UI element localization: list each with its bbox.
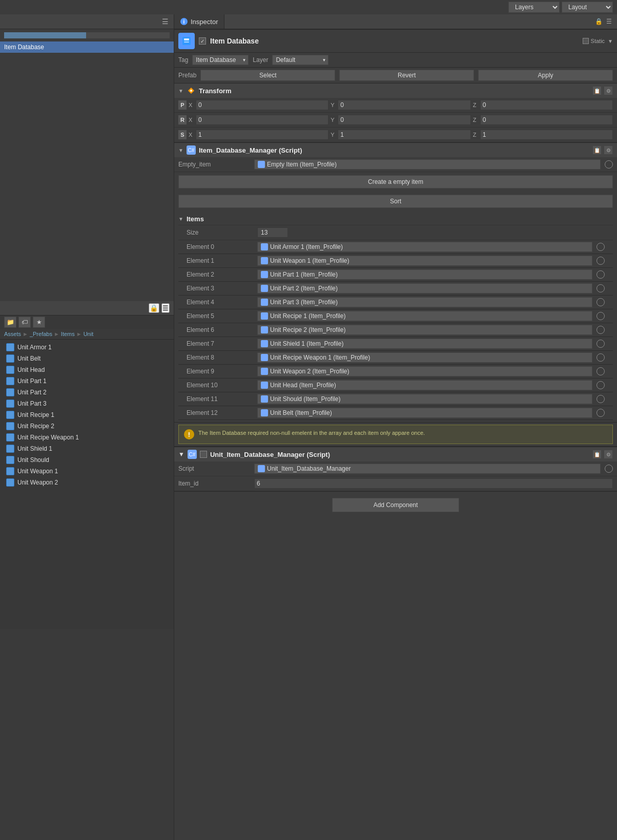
element-value-0[interactable]: Unit Armor 1 (Item_Profile) [257, 242, 592, 252]
breadcrumb-prefabs[interactable]: _Prefabs [30, 331, 52, 337]
asset-item-label: Unit Part 3 [17, 400, 47, 407]
size-value-input[interactable] [257, 227, 288, 238]
unit-script-actions: 📋 ⚙ [592, 450, 613, 459]
scale-x-input[interactable] [196, 130, 328, 140]
selected-hierarchy-item[interactable]: Item Database [0, 41, 174, 53]
scale-y-input[interactable] [338, 130, 470, 140]
element-circle-9[interactable] [597, 367, 605, 375]
asset-item[interactable]: Unit Recipe 1 [0, 409, 174, 421]
script-copy-icon[interactable]: 📋 [592, 145, 602, 155]
unit-script-header[interactable]: ▼ C# Unit_Item_Database_Manager (Script)… [174, 446, 617, 461]
hierarchy-menu-icon[interactable]: ☰ [160, 16, 171, 27]
asset-item[interactable]: Unit Armor 1 [0, 342, 174, 353]
empty-item-circle[interactable] [605, 160, 613, 169]
pos-z-input[interactable] [480, 100, 613, 110]
tag-icon[interactable]: 🏷 [18, 317, 31, 328]
main-layout: ☰ Item Database 🔒 ☰ 📁 [0, 14, 617, 840]
asset-item[interactable]: Unit Recipe 2 [0, 421, 174, 432]
script-circle[interactable] [605, 465, 613, 473]
element-row: Element 9 Unit Weapon 2 (Item_Profile) [178, 365, 613, 379]
unit-script-checkbox[interactable] [200, 451, 207, 458]
asset-item[interactable]: Unit Weapon 2 [0, 477, 174, 488]
layer-dropdown[interactable]: Default [272, 55, 328, 65]
element-circle-11[interactable] [597, 395, 605, 403]
layers-dropdown[interactable]: Layers [508, 2, 560, 13]
element-circle-0[interactable] [597, 243, 605, 251]
x-key-r: X [189, 117, 194, 123]
add-component-btn[interactable]: Add Component [332, 498, 460, 512]
element-circle-8[interactable] [597, 353, 605, 362]
items-header[interactable]: ▼ Items [178, 213, 613, 225]
element-circle-12[interactable] [597, 409, 605, 417]
size-row: Size [178, 225, 613, 240]
rot-z-input[interactable] [480, 115, 613, 125]
static-checkbox[interactable] [583, 38, 589, 44]
element-value-12[interactable]: Unit Belt (Item_Profile) [257, 408, 592, 418]
element-circle-5[interactable] [597, 312, 605, 320]
element-circle-4[interactable] [597, 298, 605, 306]
element-circle-1[interactable] [597, 257, 605, 265]
lock-tab-icon[interactable]: 🔒 [594, 17, 603, 26]
transform-header[interactable]: ▼ Transform 📋 ⚙ [174, 83, 617, 98]
inspector-tab[interactable]: i Inspector [174, 14, 224, 29]
horizontal-scrollbar[interactable] [4, 32, 170, 38]
asset-item[interactable]: Unit Belt [0, 353, 174, 364]
unit-script-gear-icon[interactable]: ⚙ [604, 450, 613, 459]
element-value-1[interactable]: Unit Weapon 1 (Item_Profile) [257, 256, 592, 266]
asset-item[interactable]: Unit Weapon 1 [0, 466, 174, 477]
breadcrumb-items[interactable]: Items [61, 331, 75, 337]
element-circle-3[interactable] [597, 284, 605, 292]
asset-item[interactable]: Unit Should [0, 454, 174, 466]
transform-gear-icon[interactable]: ⚙ [604, 86, 613, 95]
folder-icon[interactable]: 📁 [4, 317, 16, 328]
prefab-apply-btn[interactable]: Apply [478, 70, 613, 81]
lock-icon[interactable]: 🔒 [149, 303, 159, 313]
star-icon[interactable]: ★ [33, 317, 45, 328]
asset-item[interactable]: Unit Head [0, 364, 174, 375]
tag-dropdown[interactable]: Item Database [192, 55, 249, 65]
script-value[interactable]: Unit_Item_Database_Manager [254, 464, 601, 474]
tab-menu-icon[interactable]: ☰ [605, 17, 613, 26]
element-value-8[interactable]: Unit Recipe Weapon 1 (Item_Profile) [257, 352, 592, 363]
asset-item[interactable]: Unit Recipe Weapon 1 [0, 432, 174, 443]
element-value-5[interactable]: Unit Recipe 1 (Item_Profile) [257, 311, 592, 321]
asset-item[interactable]: Unit Shield 1 [0, 443, 174, 454]
element-value-4[interactable]: Unit Part 3 (Item_Profile) [257, 297, 592, 307]
create-empty-item-btn[interactable]: Create a empty item [178, 175, 613, 188]
element-value-3[interactable]: Unit Part 2 (Item_Profile) [257, 283, 592, 293]
sort-btn[interactable]: Sort [178, 195, 613, 208]
element-value-2[interactable]: Unit Part 1 (Item_Profile) [257, 269, 592, 280]
asset-item[interactable]: Unit Part 2 [0, 387, 174, 398]
prefab-select-btn[interactable]: Select [200, 70, 335, 81]
unit-script-copy-icon[interactable]: 📋 [592, 450, 602, 459]
element-row: Element 1 Unit Weapon 1 (Item_Profile) [178, 254, 613, 268]
element-circle-7[interactable] [597, 340, 605, 348]
element-value-7[interactable]: Unit Shield 1 (Item_Profile) [257, 339, 592, 349]
asset-item[interactable]: Unit Part 1 [0, 375, 174, 387]
element-value-10[interactable]: Unit Head (Item_Profile) [257, 380, 592, 390]
script-gear-icon[interactable]: ⚙ [604, 145, 613, 155]
layout-dropdown[interactable]: Layout [562, 2, 613, 13]
element-value-6[interactable]: Unit Recipe 2 (Item_Profile) [257, 325, 592, 335]
item-id-input[interactable] [254, 478, 613, 489]
project-menu-icon[interactable]: ☰ [161, 303, 170, 313]
element-value-9[interactable]: Unit Weapon 2 (Item_Profile) [257, 366, 592, 376]
scale-z-input[interactable] [480, 130, 613, 140]
element-circle-10[interactable] [597, 381, 605, 389]
element-circle-2[interactable] [597, 270, 605, 279]
transform-copy-icon[interactable]: 📋 [592, 86, 602, 95]
empty-item-value[interactable]: Empty Item (Item_Profile) [254, 159, 601, 170]
asset-item[interactable]: Unit Part 3 [0, 398, 174, 409]
breadcrumb-unit[interactable]: Unit [84, 331, 94, 337]
element-circle-6[interactable] [597, 326, 605, 334]
pos-y-input[interactable] [338, 100, 470, 110]
prefab-revert-btn[interactable]: Revert [339, 70, 474, 81]
rot-x-input[interactable] [196, 115, 328, 125]
rot-y-input[interactable] [338, 115, 470, 125]
item-database-script-header[interactable]: ▼ C# Item_Database_Manager (Script) 📋 ⚙ [174, 143, 617, 157]
items-arrow: ▼ [178, 216, 183, 222]
object-active-checkbox[interactable] [199, 37, 206, 45]
breadcrumb-assets[interactable]: Assets [4, 331, 21, 337]
element-value-11[interactable]: Unit Should (Item_Profile) [257, 394, 592, 404]
pos-x-input[interactable] [196, 100, 328, 110]
